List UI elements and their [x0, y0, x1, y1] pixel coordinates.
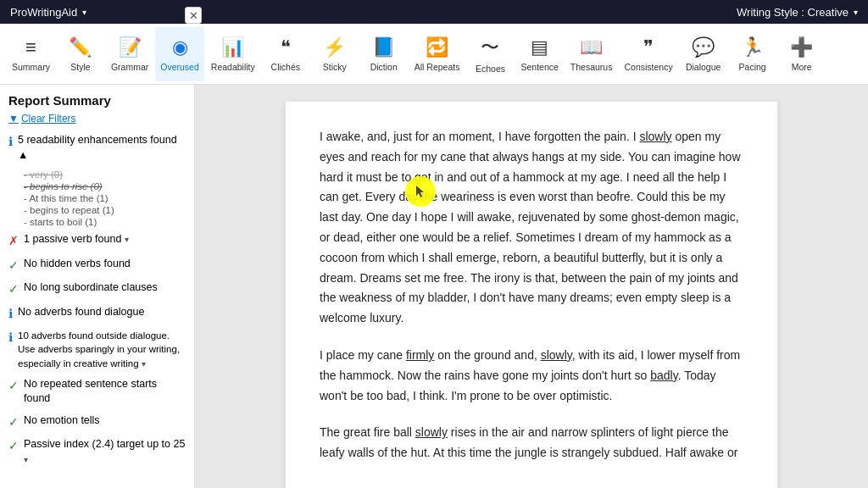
toolbar-label-sticky: Sticky	[323, 62, 347, 72]
filter-icon: ▼	[8, 113, 19, 125]
adverbs-outside-text: 10 adverbs found outside dialogue. Use a…	[18, 329, 186, 369]
toolbar-icon-allrepeats: 🔁	[426, 36, 448, 58]
toolbar-item-more[interactable]: ➕More	[778, 27, 826, 81]
readability-item-5: - starts to boil (1)	[24, 217, 186, 227]
toolbar-icon-consistency: ❞	[643, 36, 654, 58]
underlined-slowly-1: slowly	[639, 130, 671, 143]
hidden-verbs-text: No hidden verbs found	[24, 257, 131, 272]
document-content: I awake, and, just for an moment, I have…	[286, 102, 777, 488]
content-area[interactable]: I awake, and, just for an moment, I have…	[195, 85, 868, 488]
paragraph-2: I place my cane firmly on the ground and…	[320, 346, 743, 406]
paragraph-1: I awake, and, just for an moment, I have…	[320, 127, 743, 329]
clear-filters-text: Clear Filters	[21, 113, 76, 125]
toolbar-icon-sentence: ▤	[531, 36, 548, 58]
toolbar-item-style[interactable]: ✏️Style	[57, 27, 104, 81]
long-subordinate-item: ✓ No long subordinate clauses	[8, 280, 186, 298]
toolbar-icon-cliches: ❝	[281, 36, 291, 58]
info-icon-adverbs-dialogue: ℹ	[8, 306, 13, 323]
emotion-tells-item: ✓ No emotion tells	[8, 413, 186, 431]
sidebar-title: Report Summary	[8, 93, 186, 108]
writing-style-label: Writing Style : Creative	[737, 6, 849, 19]
toolbar-label-summary: Summary	[12, 62, 50, 72]
toolbar-label-diction: Diction	[370, 62, 398, 72]
toolbar-item-consistency[interactable]: ❞Consistency	[619, 27, 677, 81]
toolbar-label-dialogue: Dialogue	[686, 62, 721, 72]
toolbar-item-sticky[interactable]: ⚡Sticky	[311, 27, 359, 81]
app-title-area[interactable]: ProWritingAid ▾	[10, 6, 86, 19]
toolbar-item-echoes[interactable]: 〜Echoes	[466, 27, 514, 81]
sidebar: ✕ Report Summary ▼ Clear Filters ℹ 5 rea…	[0, 85, 195, 488]
toolbar-label-consistency: Consistency	[624, 62, 672, 72]
check-icon-repeated-starts: ✓	[8, 378, 19, 395]
toolbar-icon-overused: ◉	[172, 36, 188, 58]
passive-verb-text: 1 passive verb found ▾	[24, 232, 129, 247]
adverbs-outside-item: ℹ 10 adverbs found outside dialogue. Use…	[8, 329, 186, 369]
app-name: ProWritingAid	[10, 6, 77, 19]
toolbar-item-summary[interactable]: ≡Summary	[7, 27, 55, 81]
toolbar-icon-echoes: 〜	[481, 35, 499, 60]
toolbar-label-overused: Overused	[160, 62, 199, 72]
check-icon-emotion-tells: ✓	[8, 414, 19, 431]
hidden-verbs-item: ✓ No hidden verbs found	[8, 257, 186, 274]
toolbar-label-pacing: Pacing	[739, 62, 766, 72]
toolbar-label-grammar: Grammar	[111, 62, 148, 72]
passive-index-text: Passive index (2.4) target up to 25 ▾	[24, 437, 186, 467]
toolbar-item-thesaurus[interactable]: 📖Thesaurus	[565, 27, 618, 81]
toolbar-label-echoes: Echoes	[476, 64, 505, 74]
readability-item-4: - begins to repeat (1)	[24, 205, 186, 215]
toolbar-icon-readability: 📊	[221, 36, 244, 58]
info-icon-adverbs-outside: ℹ	[8, 330, 13, 347]
toolbar-item-cliches[interactable]: ❝Clichés	[262, 27, 309, 81]
readability-enhancements-item: ℹ 5 readability enhancements found ▲	[8, 133, 186, 163]
passive-index-item: ✓ Passive index (2.4) target up to 25 ▾	[8, 437, 186, 467]
adverbs-dialogue-item: ℹ No adverbs found dialogue	[8, 305, 186, 323]
readability-sub-list: - very (0) - begins to rise (0) - At thi…	[24, 169, 186, 227]
emotion-tells-text: No emotion tells	[24, 413, 100, 429]
toolbar-item-grammar[interactable]: 📝Grammar	[106, 27, 153, 81]
toolbar-label-readability: Readability	[211, 62, 255, 72]
toolbar-icon-style: ✏️	[69, 36, 92, 58]
main-layout: ✕ Report Summary ▼ Clear Filters ℹ 5 rea…	[0, 85, 868, 488]
writing-style-area[interactable]: Writing Style : Creative ▾	[737, 6, 858, 19]
toolbar-icon-more: ➕	[790, 36, 813, 58]
repeated-starts-text: No repeated sentence starts found	[24, 377, 186, 407]
toolbar-icon-pacing: 🏃	[741, 36, 764, 58]
long-subordinate-text: No long subordinate clauses	[24, 280, 158, 296]
toolbar-icon-dialogue: 💬	[692, 36, 715, 58]
toolbar-icon-thesaurus: 📖	[580, 36, 603, 58]
toolbar-label-cliches: Clichés	[271, 62, 300, 72]
underlined-badly: badly	[650, 369, 677, 382]
toolbar-item-sentence[interactable]: ▤Sentence	[515, 27, 563, 81]
check-icon-subordinate: ✓	[8, 281, 19, 298]
readability-item-2: - begins to rise (0)	[24, 181, 186, 191]
passive-verb-item: ✗ 1 passive verb found ▾	[8, 232, 186, 250]
toolbar-label-more: More	[792, 62, 812, 72]
toolbar-item-overused[interactable]: ◉Overused	[155, 27, 204, 81]
underlined-firmly: firmly	[406, 348, 434, 362]
readability-text: 5 readability enhancements found ▲	[18, 133, 186, 163]
toolbar-icon-grammar: 📝	[119, 36, 142, 58]
readability-item-3: - At this time the (1)	[24, 193, 186, 203]
toolbar-item-dialogue[interactable]: 💬Dialogue	[680, 27, 727, 81]
toolbar-label-thesaurus: Thesaurus	[570, 62, 613, 72]
underlined-slowly-2: slowly	[541, 348, 572, 362]
info-icon-readability: ℹ	[8, 134, 13, 151]
repeated-starts-item: ✓ No repeated sentence starts found	[8, 377, 186, 407]
top-bar: ProWritingAid ▾ Writing Style : Creative…	[0, 0, 868, 24]
toolbar-item-allrepeats[interactable]: 🔁All Repeats	[409, 27, 465, 81]
writing-style-arrow[interactable]: ▾	[854, 8, 858, 17]
cross-icon-passive: ✗	[8, 233, 19, 250]
check-icon-hidden-verbs: ✓	[8, 258, 19, 274]
toolbar-label-style: Style	[70, 62, 90, 72]
paragraph-3: The great fire ball slowly rises in the …	[320, 423, 743, 463]
toolbar-item-diction[interactable]: 📘Diction	[360, 27, 408, 81]
clear-filters-link[interactable]: ▼ Clear Filters	[8, 113, 186, 125]
app-dropdown-arrow[interactable]: ▾	[82, 8, 86, 17]
adverbs-dialogue-text: No adverbs found dialogue	[18, 305, 144, 320]
toolbar-item-readability[interactable]: 📊Readability	[206, 27, 260, 81]
toolbar-item-pacing[interactable]: 🏃Pacing	[729, 27, 776, 81]
underlined-slowly-3: slowly	[415, 425, 448, 439]
check-icon-passive-index: ✓	[8, 438, 19, 455]
toolbar-icon-diction: 📘	[372, 36, 395, 58]
toolbar: ≡Summary✏️Style📝Grammar◉Overused📊Readabi…	[0, 24, 868, 85]
